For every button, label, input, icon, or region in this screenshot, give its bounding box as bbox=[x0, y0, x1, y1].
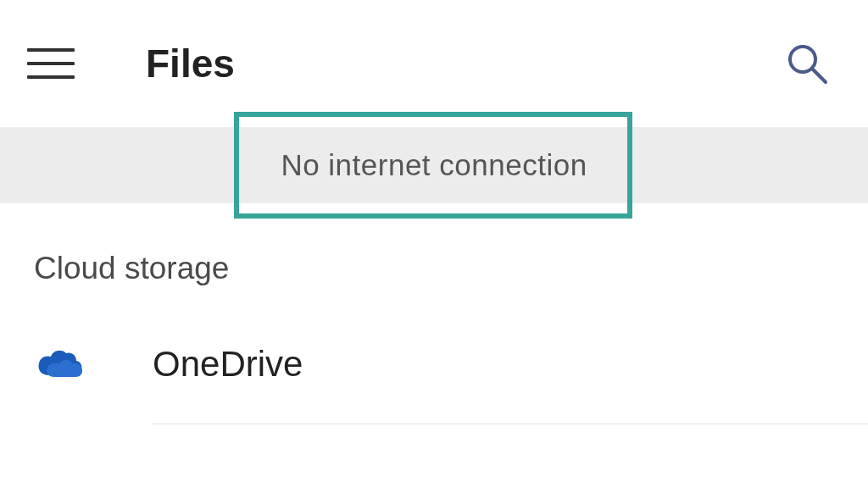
offline-banner: No internet connection bbox=[0, 127, 868, 203]
onedrive-icon bbox=[34, 338, 86, 390]
hamburger-line bbox=[27, 62, 75, 65]
list-divider bbox=[151, 424, 868, 424]
hamburger-line bbox=[27, 48, 75, 52]
list-item-onedrive[interactable]: OneDrive bbox=[0, 305, 868, 424]
svg-line-1 bbox=[812, 69, 826, 82]
list-item-label: OneDrive bbox=[153, 344, 303, 385]
cloud-storage-section-header: Cloud storage bbox=[0, 203, 868, 305]
hamburger-line bbox=[27, 75, 75, 79]
offline-banner-text: No internet connection bbox=[281, 148, 587, 182]
hamburger-menu-button[interactable] bbox=[27, 40, 75, 87]
search-icon bbox=[783, 40, 831, 87]
page-title: Files bbox=[146, 41, 235, 86]
search-button[interactable] bbox=[782, 38, 832, 89]
app-header: Files bbox=[0, 0, 868, 127]
